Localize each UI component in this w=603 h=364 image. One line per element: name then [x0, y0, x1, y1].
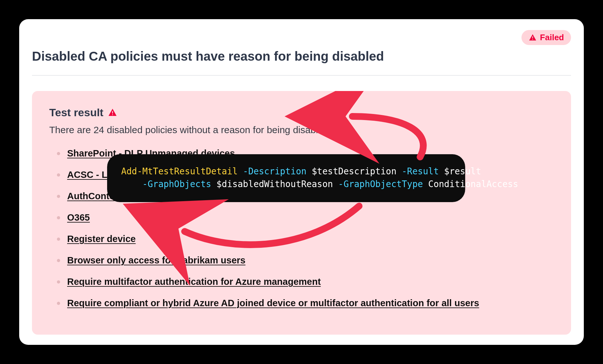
bullet-icon	[57, 173, 60, 177]
policy-link[interactable]: Require multifactor authentication for A…	[67, 277, 321, 287]
svg-rect-0	[532, 36, 533, 38]
svg-rect-2	[112, 111, 113, 114]
result-heading: Test result	[49, 106, 554, 119]
bullet-icon	[57, 152, 60, 155]
test-detail-card: Failed Disabled CA policies must have re…	[19, 19, 584, 345]
bullet-icon	[57, 195, 60, 198]
svg-rect-3	[112, 114, 113, 115]
list-item: Register device	[57, 234, 554, 244]
page-title: Disabled CA policies must have reason fo…	[32, 49, 571, 64]
policy-link[interactable]: Require compliant or hybrid Azure AD joi…	[67, 298, 479, 308]
code-snippet: Add-MtTestResultDetail -Description $tes…	[107, 154, 465, 202]
bullet-icon	[57, 238, 60, 241]
code-param-name: Description	[248, 166, 306, 176]
policy-link[interactable]: ACSC - L2	[67, 170, 113, 180]
bullet-icon	[57, 216, 60, 219]
result-panel: Test result There are 24 disabled polici…	[32, 91, 571, 335]
warning-icon	[529, 34, 537, 42]
code-param-name: GraphObjectType	[343, 179, 423, 189]
svg-rect-1	[532, 39, 533, 40]
code-param-name: Result	[407, 166, 439, 176]
code-cmdlet: Add-MtTestResultDetail	[121, 166, 238, 176]
policy-link[interactable]: O365	[67, 212, 90, 223]
code-param-value: $testDescription	[312, 166, 396, 176]
warning-icon	[108, 108, 117, 118]
code-param-value: $result	[444, 166, 481, 176]
code-param-name: GraphObjects	[148, 179, 211, 189]
bullet-icon	[57, 302, 60, 305]
divider	[32, 75, 571, 76]
list-item: Browser only access for Fabrikam users	[57, 255, 554, 266]
bullet-icon	[57, 259, 60, 262]
list-item: Require multifactor authentication for A…	[57, 277, 554, 287]
code-param-value: $disabledWithoutReason	[216, 179, 333, 189]
status-label: Failed	[540, 33, 564, 42]
status-badge: Failed	[521, 30, 571, 45]
result-summary: There are 24 disabled policies without a…	[49, 125, 554, 135]
list-item: O365	[57, 212, 554, 223]
policy-link[interactable]: Browser only access for Fabrikam users	[67, 255, 246, 266]
bullet-icon	[57, 280, 60, 284]
code-param-value: ConditionalAccess	[428, 179, 518, 189]
policy-link[interactable]: Register device	[67, 234, 136, 244]
list-item: Require compliant or hybrid Azure AD joi…	[57, 298, 554, 308]
